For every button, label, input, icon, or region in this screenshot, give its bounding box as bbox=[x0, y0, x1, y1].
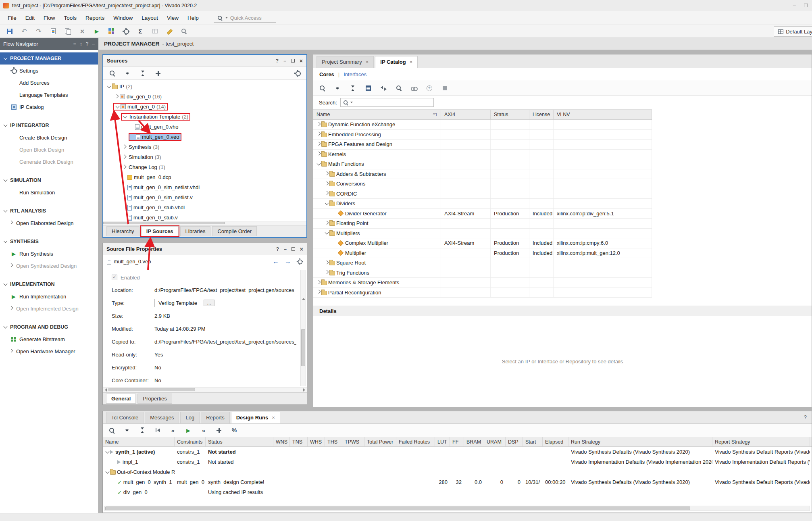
collapse-all-button[interactable] bbox=[122, 69, 133, 78]
expand-all-button[interactable] bbox=[347, 83, 358, 93]
delete-button[interactable] bbox=[77, 27, 88, 36]
chevron-down-icon[interactable] bbox=[105, 470, 110, 475]
float-icon[interactable] bbox=[291, 59, 295, 63]
add-button[interactable] bbox=[152, 69, 164, 78]
menu-reports[interactable]: Reports bbox=[81, 12, 109, 24]
add-button[interactable] bbox=[213, 425, 225, 435]
close-icon[interactable] bbox=[366, 59, 369, 65]
chevron-right-icon[interactable] bbox=[325, 270, 329, 275]
catalog-item-dividers[interactable]: Dividers bbox=[313, 199, 652, 209]
chevron-right-icon[interactable] bbox=[316, 142, 321, 147]
chevron-right-icon[interactable] bbox=[316, 132, 321, 137]
goto-start-button[interactable] bbox=[152, 425, 163, 435]
chevron-down-icon[interactable] bbox=[3, 123, 8, 128]
column-header-bram[interactable]: BRAM bbox=[464, 437, 484, 446]
report-button[interactable] bbox=[48, 27, 59, 36]
minimize-icon[interactable] bbox=[793, 2, 796, 8]
column-header-tns[interactable]: TNS bbox=[290, 437, 308, 446]
save-button[interactable] bbox=[4, 27, 15, 36]
catalog-item-complex-multiplier[interactable]: Complex MultiplierAXI4-StreamProductionI… bbox=[313, 238, 652, 248]
flownav-section-implementation[interactable]: IMPLEMENTATION bbox=[0, 278, 98, 290]
flownav-item-open-implemented-design[interactable]: Open Implemented Design bbox=[0, 302, 98, 315]
sources-item-instantiation-template[interactable]: Instantiation Template (2) bbox=[103, 112, 306, 122]
column-header-dsp[interactable]: DSP bbox=[506, 437, 523, 446]
close-icon[interactable] bbox=[410, 59, 413, 65]
tab-general[interactable]: General bbox=[106, 394, 136, 404]
sources-item-simulation[interactable]: Simulation (3) bbox=[103, 152, 306, 162]
catalog-item-dynamic-function-exchange[interactable]: Dynamic Function eXchange bbox=[313, 120, 652, 130]
minimize-icon[interactable] bbox=[283, 58, 286, 64]
chevron-right-icon[interactable] bbox=[122, 165, 127, 170]
search-button[interactable] bbox=[106, 425, 117, 435]
menu-window[interactable]: Window bbox=[109, 12, 137, 24]
settings-button[interactable] bbox=[292, 69, 303, 78]
column-header-license[interactable]: License bbox=[529, 110, 554, 119]
chevron-down-icon[interactable] bbox=[115, 104, 120, 109]
chevron-right-icon[interactable] bbox=[316, 122, 321, 127]
gear-icon[interactable] bbox=[297, 259, 303, 265]
flownav-item-run-synthesis[interactable]: Run Synthesis bbox=[0, 248, 98, 260]
catalog-item-multipliers[interactable]: Multipliers bbox=[313, 229, 652, 239]
add-circle-button[interactable] bbox=[424, 83, 435, 93]
sources-item-ip[interactable]: IP (2) bbox=[103, 81, 306, 92]
flownav-item-language-templates[interactable]: Language Templates bbox=[0, 89, 98, 101]
close-icon[interactable] bbox=[272, 415, 275, 421]
menu-tools[interactable]: Tools bbox=[60, 12, 81, 24]
tab-log[interactable]: Log bbox=[180, 412, 200, 423]
redo-button[interactable] bbox=[33, 27, 44, 36]
tab-design-runs[interactable]: Design Runs bbox=[231, 412, 280, 423]
scroll-right-arrow[interactable] bbox=[301, 388, 307, 392]
default-layout-button[interactable]: Default Layout bbox=[774, 26, 812, 37]
sources-item-mult-gen-0-vho[interactable]: mult_gen_0.vho bbox=[103, 122, 306, 132]
column-header-lut[interactable]: LUT bbox=[435, 437, 450, 446]
sources-item-mult-gen-0-dcp[interactable]: mult_gen_0.dcp bbox=[103, 172, 306, 182]
scrollbar-thumb[interactable] bbox=[108, 388, 195, 391]
play-button[interactable] bbox=[183, 425, 194, 435]
help-icon[interactable] bbox=[86, 41, 89, 47]
chevron-down-icon[interactable] bbox=[3, 325, 8, 329]
flownav-item-generate-bitstream[interactable]: Generate Bitstream bbox=[0, 333, 98, 345]
column-header-name[interactable]: Name^1 bbox=[313, 110, 441, 119]
scrollbar-thumb[interactable] bbox=[105, 506, 690, 510]
catalog-item-square-root[interactable]: Square Root bbox=[313, 258, 652, 268]
chevron-right-icon[interactable] bbox=[115, 94, 119, 99]
chevron-down-icon[interactable] bbox=[3, 239, 8, 244]
column-header-name[interactable]: Name bbox=[103, 437, 175, 446]
sum-button[interactable] bbox=[135, 27, 146, 36]
tab-properties[interactable]: Properties bbox=[137, 394, 172, 404]
search-button[interactable] bbox=[106, 69, 118, 78]
chevron-right-icon[interactable] bbox=[122, 155, 127, 160]
tab-ip-catalog[interactable]: IP Catalog bbox=[375, 56, 418, 68]
collapse-all-button[interactable] bbox=[121, 425, 133, 435]
help-icon[interactable] bbox=[276, 58, 279, 64]
flownav-item-run-implementation[interactable]: Run Implementation bbox=[0, 290, 98, 302]
menu-edit[interactable]: Edit bbox=[21, 12, 39, 24]
flownav-item-create-block-design[interactable]: Create Block Design bbox=[0, 131, 98, 144]
chevron-down-icon[interactable] bbox=[3, 208, 8, 213]
chevron-down-icon[interactable] bbox=[3, 178, 8, 183]
column-header-failed-routes[interactable]: Failed Routes bbox=[396, 437, 435, 446]
scrollbar-track[interactable] bbox=[103, 221, 306, 225]
minimize-icon[interactable] bbox=[284, 246, 287, 252]
flownav-section-synthesis[interactable]: SYNTHESIS bbox=[0, 235, 98, 248]
column-header-ths[interactable]: THS bbox=[325, 437, 342, 446]
chevron-down-icon[interactable] bbox=[123, 115, 128, 119]
sources-item-mult-gen-0-sim-netlist-vhdl[interactable]: mult_gen_0_sim_netlist.vhdl bbox=[103, 182, 306, 192]
catalog-item-embedded-processing[interactable]: Embedded Processing bbox=[313, 130, 652, 140]
collapse-all-button[interactable] bbox=[332, 83, 343, 93]
flownav-item-open-hardware-manager[interactable]: Open Hardware Manager bbox=[0, 345, 98, 357]
sources-item-div-gen-0[interactable]: div_gen_0 (16) bbox=[103, 92, 306, 102]
catalog-item-math-functions[interactable]: Math Functions bbox=[313, 159, 652, 169]
sources-item-change-log[interactable]: Change Log (1) bbox=[103, 162, 306, 172]
close-icon[interactable] bbox=[300, 58, 303, 64]
column-header-elapsed[interactable]: Elapsed bbox=[543, 437, 568, 446]
catalog-item-divider-generator[interactable]: Divider GeneratorAXI4-StreamProductionIn… bbox=[313, 209, 652, 219]
tab-ip-sources[interactable]: IP Sources bbox=[141, 226, 179, 236]
link-button[interactable] bbox=[408, 83, 420, 93]
browse-button[interactable] bbox=[204, 300, 214, 306]
scrollbar-track[interactable] bbox=[108, 388, 301, 392]
expand-all-button[interactable] bbox=[137, 69, 148, 78]
chevron-down-icon[interactable] bbox=[325, 231, 329, 235]
catalog-item-cordic[interactable]: CORDIC bbox=[313, 189, 652, 199]
catalog-item-adders-subtracters[interactable]: Adders & Subtracters bbox=[313, 169, 652, 179]
